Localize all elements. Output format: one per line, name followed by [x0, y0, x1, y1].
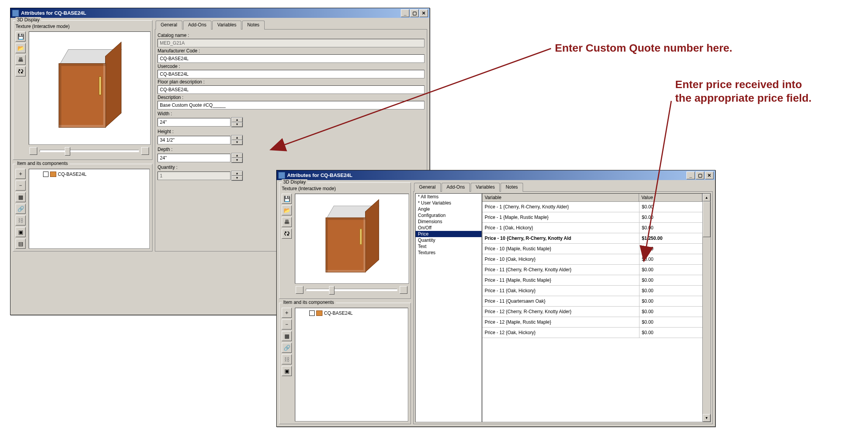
description-field[interactable]: [158, 101, 424, 109]
close-button[interactable]: ✕: [419, 9, 428, 17]
variable-value[interactable]: $0.00: [639, 202, 702, 212]
tree-checkbox[interactable]: [43, 172, 49, 177]
variable-category-list[interactable]: * All Items* User VariablesAngleConfigur…: [415, 193, 482, 422]
category-item[interactable]: Price: [416, 231, 482, 237]
table-row[interactable]: Price - 10 {Cherry, R-Cherry, Knotty Ald…: [482, 233, 702, 244]
scroll-up-icon[interactable]: ▲: [703, 194, 710, 201]
variable-value[interactable]: $0.00: [639, 275, 702, 285]
zoom-in-button[interactable]: [400, 286, 407, 294]
box-icon[interactable]: ▣: [16, 227, 26, 237]
tab-addons[interactable]: Add-Ons: [183, 21, 211, 29]
variable-value[interactable]: $0.00: [639, 244, 702, 254]
table-row[interactable]: Price - 11 {Cherry, R-Cherry, Knotty Ald…: [482, 265, 702, 275]
titlebar[interactable]: Attributes for CQ-BASE24L _ ▢ ✕: [277, 170, 715, 180]
unlink-icon[interactable]: ⛓: [282, 354, 292, 364]
category-item[interactable]: On/Off: [416, 225, 482, 231]
save-view-icon[interactable]: 💾: [16, 31, 26, 42]
components-tree[interactable]: CQ-BASE24L: [295, 308, 408, 421]
link-icon[interactable]: 🔗: [16, 204, 26, 214]
quantity-spinner[interactable]: ▲▼: [231, 171, 243, 181]
tab-variables[interactable]: Variables: [471, 183, 500, 192]
variable-value[interactable]: $0.00: [639, 317, 702, 327]
print-view-icon[interactable]: 🖶: [16, 55, 26, 65]
tree-item-root[interactable]: CQ-BASE24L: [309, 310, 405, 316]
tab-notes[interactable]: Notes: [501, 183, 523, 192]
zoom-in-button[interactable]: [141, 147, 149, 155]
close-button[interactable]: ✕: [705, 172, 714, 179]
col-value[interactable]: Value: [639, 194, 702, 201]
variable-value[interactable]: $0.00: [639, 223, 702, 233]
usercode-field[interactable]: [158, 70, 424, 78]
scroll-thumb[interactable]: [703, 201, 710, 237]
tree-item-root[interactable]: CQ-BASE24L: [43, 172, 147, 177]
tab-general[interactable]: General: [156, 21, 182, 29]
category-item[interactable]: Textures: [416, 250, 482, 256]
tab-variables[interactable]: Variables: [212, 21, 241, 29]
mfg-field[interactable]: [158, 54, 424, 63]
table-row[interactable]: Price - 11 {Oak, Hickory}$0.00: [482, 286, 702, 296]
table-row[interactable]: Price - 12 {Cherry, R-Cherry, Knotty Ald…: [482, 307, 702, 317]
table-row[interactable]: Price - 1 {Maple, Rustic Maple}$0.00: [482, 212, 702, 223]
depth-field[interactable]: [158, 154, 230, 162]
variable-value[interactable]: $0.00: [639, 254, 702, 264]
maximize-button[interactable]: ▢: [410, 9, 419, 17]
category-item[interactable]: Quantity: [416, 237, 482, 243]
box2-icon[interactable]: ▤: [16, 239, 26, 249]
tab-addons[interactable]: Add-Ons: [442, 183, 470, 192]
table-row[interactable]: Price - 12 {Oak, Hickory}$0.00: [482, 328, 702, 338]
grid-icon[interactable]: ▦: [16, 192, 26, 202]
category-item[interactable]: Text: [416, 243, 482, 250]
depth-spinner[interactable]: ▲▼: [231, 153, 243, 163]
table-row[interactable]: Price - 11 {Maple, Rustic Maple}$0.00: [482, 275, 702, 286]
add-item-icon[interactable]: ＋: [16, 169, 26, 179]
grid-icon[interactable]: ▦: [282, 331, 292, 341]
category-item[interactable]: Configuration: [416, 212, 482, 218]
table-row[interactable]: Price - 1 {Oak, Hickory}$0.00: [482, 223, 702, 233]
variable-value[interactable]: $0.00: [639, 212, 702, 222]
table-row[interactable]: Price - 10 {Oak, Hickory}$0.00: [482, 254, 702, 265]
width-field[interactable]: [158, 118, 230, 127]
category-item[interactable]: Angle: [416, 206, 482, 212]
open-view-icon[interactable]: 📂: [282, 205, 292, 215]
preview-3d-canvas[interactable]: [295, 194, 409, 284]
zoom-slider[interactable]: [40, 150, 139, 152]
box-icon[interactable]: ▣: [282, 366, 292, 376]
category-item[interactable]: * User Variables: [416, 200, 482, 206]
variable-value[interactable]: $0.00: [639, 328, 702, 338]
col-variable[interactable]: Variable: [482, 194, 639, 201]
refresh-view-icon[interactable]: 🗘: [282, 229, 292, 239]
variable-value[interactable]: $0.00: [639, 296, 702, 306]
zoom-out-button[interactable]: [296, 286, 303, 294]
save-view-icon[interactable]: 💾: [282, 194, 292, 204]
components-tree[interactable]: CQ-BASE24L: [29, 169, 150, 249]
refresh-view-icon[interactable]: 🗘: [16, 66, 26, 76]
unlink-icon[interactable]: ⛓: [16, 215, 26, 225]
open-view-icon[interactable]: 📂: [16, 43, 26, 53]
table-row[interactable]: Price - 10 {Maple, Rustic Maple}$0.00: [482, 244, 702, 254]
table-row[interactable]: Price - 11 {Quartersawn Oak}$0.00: [482, 296, 702, 307]
tree-checkbox[interactable]: [309, 310, 315, 316]
variable-value[interactable]: $0.00: [639, 265, 702, 275]
tab-general[interactable]: General: [414, 183, 441, 192]
width-spinner[interactable]: ▲▼: [231, 117, 243, 127]
print-view-icon[interactable]: 🖶: [282, 217, 292, 227]
variable-value[interactable]: $1,250.00: [639, 233, 702, 243]
zoom-slider[interactable]: [306, 289, 397, 291]
variable-value[interactable]: $0.00: [639, 307, 702, 317]
preview-3d-canvas[interactable]: [29, 31, 151, 145]
add-item-icon[interactable]: ＋: [282, 308, 292, 318]
scroll-down-icon[interactable]: ▼: [703, 414, 710, 422]
category-item[interactable]: * All Items: [416, 194, 482, 200]
link-icon[interactable]: 🔗: [282, 343, 292, 353]
titlebar[interactable]: Attributes for CQ-BASE24L _ ▢ ✕: [10, 8, 430, 18]
table-row[interactable]: Price - 12 {Maple, Rustic Maple}$0.00: [482, 317, 702, 328]
category-item[interactable]: Dimensions: [416, 218, 482, 225]
table-row[interactable]: Price - 1 {Cherry, R-Cherry, Knotty Alde…: [482, 202, 702, 212]
remove-item-icon[interactable]: －: [16, 180, 26, 191]
height-field[interactable]: [158, 136, 230, 144]
table-scrollbar[interactable]: ▲ ▼: [702, 194, 710, 422]
zoom-out-button[interactable]: [29, 147, 37, 155]
minimize-button[interactable]: _: [401, 9, 409, 17]
maximize-button[interactable]: ▢: [696, 172, 704, 179]
height-spinner[interactable]: ▲▼: [231, 135, 243, 145]
